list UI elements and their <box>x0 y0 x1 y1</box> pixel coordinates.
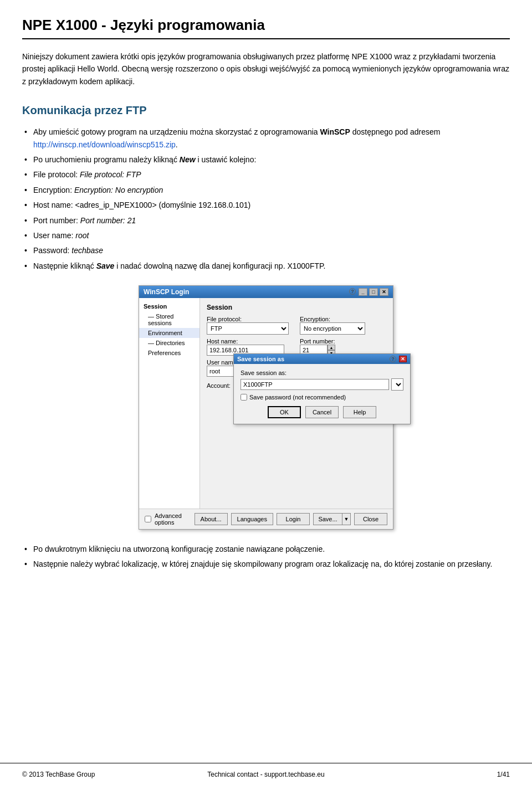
bullet9-prefix: Następnie kliknąć <box>33 261 96 270</box>
bullet2-prefix: Po uruchomieniu programu należy kliknąć <box>33 155 180 164</box>
page-title: NPE X1000 - Języki programowania <box>22 17 510 39</box>
save-password-checkbox[interactable] <box>241 394 247 401</box>
bullet2-new: New <box>180 155 196 164</box>
encryption-select[interactable]: No encryption <box>300 322 365 335</box>
spinner-up-button[interactable]: ▲ <box>328 345 335 350</box>
encryption-label: Encryption: <box>300 316 386 322</box>
save-dropdown-button[interactable]: ▼ <box>342 513 351 525</box>
list-item: Następnie kliknąć Save i nadać dowolną n… <box>22 260 510 272</box>
bullet9-suffix: i nadać dowolną nazwę dla danej konfigur… <box>114 261 325 270</box>
save-dialog-help-icon[interactable]: ? <box>390 356 396 362</box>
winscp-screenshot-container: WinSCP Login ? _ □ ✕ Session — Stored se… <box>22 285 510 530</box>
winscp-body: Session — Stored sessions Environment — … <box>139 298 393 509</box>
bullet7-prefix: User name: <box>33 231 75 240</box>
winscp-download-link[interactable]: http://winscp.net/download/winscp515.zip <box>33 140 176 149</box>
languages-button[interactable]: Languages <box>231 513 273 525</box>
titlebar-buttons: ? _ □ ✕ <box>349 288 388 296</box>
left-panel-item-preferences[interactable]: Preferences <box>139 348 200 358</box>
section-heading-ftp: Komunikacja przez FTP <box>22 104 510 117</box>
list-item: Po uruchomieniu programu należy kliknąć … <box>22 153 510 166</box>
bullet3-text: File protocol: File protocol: FTP <box>33 170 141 179</box>
save-session-dialog: Save session as ? ✕ Save session as: <box>233 353 411 424</box>
save-dialog-title: Save session as <box>237 356 284 362</box>
minimize-button[interactable]: _ <box>359 288 367 296</box>
session-header: Session <box>207 304 386 311</box>
section1-bullet-list: Aby umieścić gotowy program na urządzeni… <box>22 126 510 272</box>
section2-bullet-list: Po dwukrotnym kliknięciu na utworzoną ko… <box>22 543 510 571</box>
winscp-title: WinSCP Login <box>144 288 189 296</box>
left-panel-session-label: Session <box>139 301 200 311</box>
save-session-dropdown[interactable] <box>391 378 403 391</box>
bullet8-prefix: Password: <box>33 246 71 255</box>
bottom-right: About... Languages Login Save... ▼ Close <box>195 513 387 525</box>
left-panel-item-environment[interactable]: Environment <box>139 328 200 338</box>
bottom-left: Advanced options <box>145 512 195 526</box>
bullet2-suffix: i ustawić kolejno: <box>196 155 257 164</box>
about-button[interactable]: About... <box>195 513 228 525</box>
file-protocol-label: File protocol: <box>207 316 293 322</box>
close-button[interactable]: ✕ <box>380 288 388 296</box>
list-item: Po dwukrotnym kliknięciu na utworzoną ko… <box>22 543 510 555</box>
list-item: Host name: <adres_ip_NPEX1000> (domyślni… <box>22 199 510 211</box>
save-split-button: Save... ▼ <box>313 513 351 525</box>
page-footer: © 2013 TechBase Group Technical contact … <box>0 763 532 785</box>
footer-contact: Technical contact - support.techbase.eu <box>185 771 347 778</box>
bullet5-text: Host name: <adres_ip_NPEX1000> (domyślni… <box>33 201 250 209</box>
list-item: Następnie należy wybrać lokalizację, w k… <box>22 558 510 570</box>
bullet1-winscp: WinSCP <box>320 127 350 136</box>
save-dialog-label: Save session as: <box>241 370 403 376</box>
advanced-options-checkbox[interactable] <box>145 516 151 522</box>
save-password-label: Save password (not recommended) <box>249 394 346 401</box>
protocol-encryption-row: File protocol: FTP Encryption: No encryp… <box>207 316 386 335</box>
footer-copyright: © 2013 TechBase Group <box>22 771 185 778</box>
list-item: Port number: Port number: 21 <box>22 214 510 227</box>
save-password-row: Save password (not recommended) <box>241 394 403 401</box>
maximize-button[interactable]: □ <box>369 288 378 296</box>
intro-paragraph: Niniejszy dokument zawiera krótki opis j… <box>22 50 510 88</box>
encryption-group: Encryption: No encryption <box>300 316 386 335</box>
file-protocol-group: File protocol: FTP <box>207 316 293 335</box>
left-panel-item-directories[interactable]: — Directories <box>139 338 200 348</box>
save-dialog-input-row <box>241 378 403 391</box>
save-dialog-cancel-button[interactable]: Cancel <box>305 406 339 418</box>
winscp-right-panel: Session File protocol: FTP Encryption: <box>200 298 393 509</box>
bullet7-val: root <box>75 231 89 240</box>
list-item: Encryption: Encryption: No encryption <box>22 184 510 196</box>
save-dialog-body: Save session as: Save password (not reco… <box>234 364 410 424</box>
save-dialog-help-button[interactable]: Help <box>343 406 376 418</box>
bullet6-text: Port number: Port number: 21 <box>33 216 136 225</box>
help-icon[interactable]: ? <box>349 288 356 295</box>
login-button[interactable]: Login <box>277 513 310 525</box>
bullet9-save: Save <box>96 261 115 270</box>
save-button[interactable]: Save... <box>313 513 342 525</box>
winscp-left-panel: Session — Stored sessions Environment — … <box>139 298 200 509</box>
save-session-name-input[interactable] <box>241 379 389 390</box>
port-number-label: Port number: <box>300 338 386 345</box>
list-item: Aby umieścić gotowy program na urządzeni… <box>22 126 510 151</box>
bullet8-val: techbase <box>71 246 103 255</box>
bullet4-text: Encryption: Encryption: No encryption <box>33 186 163 194</box>
footer-page-number: 1/41 <box>347 771 510 778</box>
bullet1-text-after: dostępnego pod adresem <box>350 127 441 136</box>
list-item: File protocol: File protocol: FTP <box>22 168 510 181</box>
save-dialog-close-button[interactable]: ✕ <box>399 356 407 362</box>
left-panel-item-stored-sessions[interactable]: — Stored sessions <box>139 311 200 328</box>
host-name-label: Host name: <box>207 338 293 345</box>
list-item: User name: root <box>22 229 510 242</box>
save-dialog-ok-button[interactable]: OK <box>268 406 301 418</box>
save-dialog-buttons: OK Cancel Help <box>241 406 403 418</box>
close-button[interactable]: Close <box>354 513 387 525</box>
winscp-bottom-bar: Advanced options About... Languages Logi… <box>139 509 393 529</box>
winscp-titlebar: WinSCP Login ? _ □ ✕ <box>139 286 393 298</box>
save-dialog-titlebar: Save session as ? ✕ <box>234 354 410 364</box>
winscp-dialog: WinSCP Login ? _ □ ✕ Session — Stored se… <box>139 285 393 530</box>
bullet1-text-before: Aby umieścić gotowy program na urządzeni… <box>33 127 320 136</box>
list-item: Password: techbase <box>22 244 510 256</box>
file-protocol-select[interactable]: FTP <box>207 322 289 335</box>
advanced-options-label: Advanced options <box>155 512 195 526</box>
